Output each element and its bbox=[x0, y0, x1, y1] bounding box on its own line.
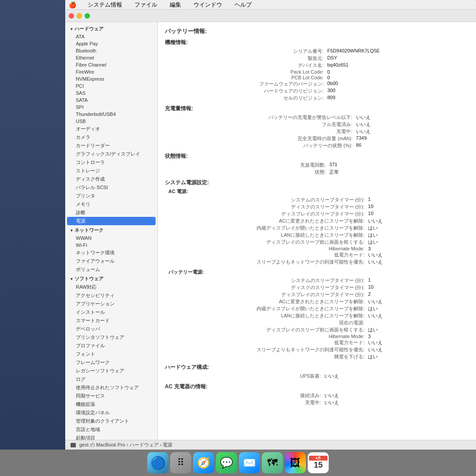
sidebar-item-bluetooth[interactable]: Bluetooth bbox=[65, 47, 157, 54]
mac-window: 🍎 システム情報 ファイル 編集 ウインドウ ヘルプ ▾ ハードウェア ATA … bbox=[65, 0, 476, 450]
sidebar-item-applications[interactable]: アプリケーション bbox=[65, 300, 157, 308]
sidebar-item-smartcard[interactable]: スマートカード bbox=[65, 316, 157, 325]
sidebar-item-syncservice[interactable]: 同期サービス bbox=[65, 392, 157, 400]
info-label: ACに変更されたときにスリープを解除: bbox=[170, 298, 364, 305]
power-settings-title: システム電源設定: bbox=[165, 179, 469, 186]
menu-bar: 🍎 システム情報 ファイル 編集 ウインドウ ヘルプ bbox=[65, 0, 476, 10]
close-button[interactable] bbox=[69, 13, 74, 19]
menu-edit[interactable]: 編集 bbox=[167, 0, 184, 10]
status-bar: gest の MacBook Pro › ハードウェア › 電源 bbox=[65, 440, 476, 450]
sidebar-item-sata[interactable]: SATA bbox=[65, 97, 157, 104]
sidebar-item-language[interactable]: 言語と地域 bbox=[65, 425, 157, 434]
apple-logo-icon: 🍎 bbox=[69, 1, 76, 8]
menu-system-info[interactable]: システム情報 bbox=[85, 0, 125, 10]
dock-calendar[interactable]: 4月 15 bbox=[308, 452, 329, 473]
info-value: はい bbox=[368, 225, 469, 231]
network-chevron-icon: ▾ bbox=[71, 228, 73, 233]
sidebar-item-legacysoftware[interactable]: レガシーソフトウェア bbox=[65, 367, 157, 375]
info-label: 充電中: bbox=[170, 399, 321, 406]
dock-photos[interactable]: 🖼 bbox=[285, 452, 306, 473]
sidebar-item-diskcreate[interactable]: ディスク作成 bbox=[65, 175, 157, 183]
sidebar-item-thunderbolt[interactable]: Thunderbolt/USB4 bbox=[65, 111, 157, 118]
info-label: デバイス名: bbox=[170, 62, 324, 69]
title-bar bbox=[65, 10, 476, 22]
sidebar-item-volume[interactable]: ボリューム bbox=[65, 265, 157, 274]
menu-help[interactable]: ヘルプ bbox=[232, 0, 254, 10]
menu-window[interactable]: ウインドウ bbox=[191, 0, 225, 10]
info-value: いいえ bbox=[324, 373, 469, 379]
sidebar-item-pci[interactable]: PCI bbox=[65, 82, 157, 89]
info-value: はい bbox=[368, 232, 469, 238]
info-label: 内蔵ディスプレイが開いたときにスリープを解除: bbox=[170, 225, 364, 231]
sidebar-item-ata[interactable]: ATA bbox=[65, 33, 157, 40]
dock-safari[interactable]: 🧭 bbox=[193, 452, 214, 473]
info-label: システムのスリープタイマー (分): bbox=[170, 277, 364, 284]
dock-mail[interactable]: ✉️ bbox=[239, 452, 260, 473]
info-value: bq40z651 bbox=[327, 62, 469, 69]
machine-info-table: シリアル番号:F5D94020WNRK7LQ5E製造元:DSYデバイス名:bq4… bbox=[170, 48, 469, 101]
sidebar-item-accessibility[interactable]: アクセシビリティ bbox=[65, 291, 157, 300]
sidebar-item-cardreader[interactable]: カードリーダー bbox=[65, 141, 157, 150]
sidebar-item-ethernet[interactable]: Ethernet bbox=[65, 54, 157, 61]
sidebar-item-applepay[interactable]: Apple Pay bbox=[65, 40, 157, 47]
sidebar-item-log[interactable]: ログ bbox=[65, 375, 157, 383]
sidebar-item-extension[interactable]: 機能拡張 bbox=[65, 400, 157, 409]
info-value: いいえ bbox=[324, 399, 469, 406]
sidebar-item-controller[interactable]: コントローラ bbox=[65, 158, 157, 167]
dock-messages[interactable]: 💬 bbox=[216, 452, 237, 473]
sidebar-item-spi[interactable]: SPI bbox=[65, 104, 157, 111]
sidebar-item-firewire[interactable]: FireWire bbox=[65, 68, 157, 75]
sidebar-item-graphics[interactable]: グラフィックス/ディスプレイ bbox=[65, 150, 157, 158]
sidebar-item-diagnostics[interactable]: 診断 bbox=[65, 208, 157, 217]
menu-file[interactable]: ファイル bbox=[132, 0, 160, 10]
ac-charger-table: 接続済み:いいえ充電中:いいえ bbox=[170, 392, 469, 406]
sidebar-item-usb[interactable]: USB bbox=[65, 118, 157, 125]
sidebar-item-nvmexpress[interactable]: NVMExpress bbox=[65, 75, 157, 82]
sidebar-item-profile[interactable]: プロファイル bbox=[65, 342, 157, 350]
sidebar-item-wwan[interactable]: WWAN bbox=[65, 234, 157, 242]
info-value: 300 bbox=[327, 88, 469, 94]
info-label: スリープよりもネットワークの到達可能性を優先: bbox=[170, 259, 364, 265]
info-label: フル充電済み: bbox=[170, 121, 353, 128]
sidebar-item-raw[interactable]: RAW対応 bbox=[65, 283, 157, 291]
sidebar-item-managedclient[interactable]: 管理対象のクライアント bbox=[65, 417, 157, 425]
sidebar-item-fibrechannel[interactable]: Fibre Channel bbox=[65, 61, 157, 68]
sidebar-item-prefpanel[interactable]: 環境設定パネル bbox=[65, 409, 157, 417]
sidebar-item-wifi[interactable]: Wi-Fi bbox=[65, 242, 157, 249]
sidebar-item-parallelscsi[interactable]: パラレル SCSI bbox=[65, 183, 157, 192]
minimize-button[interactable] bbox=[77, 13, 82, 19]
sidebar-item-startup[interactable]: 起動項目 bbox=[65, 434, 157, 440]
status-info-table: 充放電回数:371状態:正常 bbox=[170, 162, 469, 175]
sidebar-item-audio[interactable]: オーディオ bbox=[65, 125, 157, 133]
sidebar-item-camera[interactable]: カメラ bbox=[65, 133, 157, 141]
info-label: ディスプレイのスリープタイマー (分): bbox=[170, 291, 364, 298]
sidebar-item-developer[interactable]: デベロッパ bbox=[65, 325, 157, 333]
sidebar-item-networkenvironment[interactable]: ネットワーク環境 bbox=[65, 249, 157, 257]
info-value: 371 bbox=[329, 162, 469, 168]
info-label: ファームウェアのバージョン: bbox=[170, 81, 324, 87]
sidebar-item-framework[interactable]: フレームワーク bbox=[65, 358, 157, 367]
monitor-icon bbox=[71, 443, 76, 447]
battery-power-title: バッテリー電源: bbox=[168, 269, 469, 275]
info-label: ACに変更されたときにスリープを解除: bbox=[170, 218, 364, 224]
info-label: Pack Lot Code: bbox=[170, 69, 324, 74]
status-info-title: 状態情報: bbox=[165, 152, 469, 160]
sidebar-item-deprecatedsoftware[interactable]: 使用停止されたソフトウェア bbox=[65, 383, 157, 392]
sidebar-item-install[interactable]: インストール bbox=[65, 308, 157, 316]
dock-finder[interactable]: 🔵 bbox=[147, 452, 168, 473]
sidebar-item-printer[interactable]: プリンタ bbox=[65, 192, 157, 200]
sidebar-item-sas[interactable]: SAS bbox=[65, 89, 157, 97]
info-value: はい bbox=[368, 327, 469, 333]
sidebar-item-memory[interactable]: メモリ bbox=[65, 200, 157, 208]
dock-maps[interactable]: 🗺 bbox=[262, 452, 283, 473]
info-value: 86 bbox=[356, 142, 469, 149]
maximize-button[interactable] bbox=[85, 13, 90, 19]
sidebar-item-power[interactable]: 電源 bbox=[67, 217, 156, 225]
sidebar-item-fonts[interactable]: フォント bbox=[65, 350, 157, 358]
dock-launchpad[interactable]: ⠿ bbox=[170, 452, 191, 473]
sidebar-item-firewall[interactable]: ファイアウォール bbox=[65, 257, 157, 265]
main-content: ▾ ハードウェア ATA Apple Pay Bluetooth Etherne… bbox=[65, 22, 476, 440]
sidebar-item-printersoftware[interactable]: プリンタソフトウェア bbox=[65, 333, 157, 342]
sidebar-item-storage[interactable]: ストレージ bbox=[65, 167, 157, 175]
info-value: F5D94020WNRK7LQ5E bbox=[327, 48, 469, 55]
